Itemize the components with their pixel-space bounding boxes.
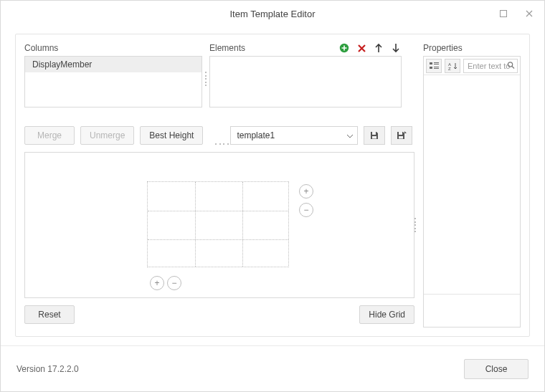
properties-search[interactable]: Enter text to: [463, 59, 518, 73]
minus-icon: −: [171, 279, 176, 287]
save-as-icon: [396, 130, 407, 140]
version-label: Version 17.2.2.0: [16, 364, 79, 374]
editor-body: Columns DisplayMember Elements: [15, 34, 530, 337]
svg-rect-9: [430, 67, 432, 69]
categorize-button[interactable]: [426, 59, 442, 73]
plus-circle-icon: [339, 43, 349, 53]
svg-rect-6: [430, 62, 432, 64]
svg-rect-10: [434, 67, 439, 67]
left-pane: Columns DisplayMember Elements: [24, 43, 414, 328]
svg-rect-5: [399, 136, 403, 139]
svg-point-14: [508, 62, 512, 66]
bottom-row: Reset Hide Grid: [24, 305, 414, 324]
plus-icon: +: [154, 279, 159, 287]
svg-text:Z: Z: [448, 67, 451, 70]
template-select-value: template1: [237, 130, 275, 140]
move-up-button[interactable]: [373, 42, 384, 54]
reset-button[interactable]: Reset: [24, 305, 75, 324]
svg-rect-11: [434, 68, 439, 69]
columns-list-item[interactable]: DisplayMember: [25, 57, 202, 72]
elements-toolbar: [338, 42, 402, 54]
splitter-handle[interactable]: [205, 72, 208, 86]
add-row-button[interactable]: +: [150, 276, 164, 290]
sort-az-button[interactable]: A Z: [445, 59, 460, 73]
add-element-button[interactable]: [338, 42, 350, 54]
merge-button[interactable]: Merge: [24, 126, 75, 145]
remove-column-button[interactable]: −: [299, 203, 313, 217]
action-row: Merge Unmerge Best Height template1: [24, 126, 414, 145]
add-column-button[interactable]: +: [299, 184, 313, 199]
chevron-down-icon: [347, 130, 353, 140]
svg-rect-7: [434, 62, 439, 63]
columns-section: Columns DisplayMember: [24, 43, 202, 107]
x-icon: [357, 44, 366, 53]
unmerge-button[interactable]: Unmerge: [80, 126, 134, 145]
arrow-up-icon: [374, 43, 383, 53]
dialog-footer: Version 17.2.2.0 Close: [1, 345, 544, 391]
template-select[interactable]: template1: [230, 126, 358, 145]
svg-rect-3: [372, 136, 376, 139]
remove-row-button[interactable]: −: [167, 276, 181, 290]
plus-icon: +: [303, 187, 308, 196]
close-icon: [526, 10, 533, 17]
sort-az-icon: A Z: [448, 62, 458, 70]
window: Item Template Editor Columns DisplayMemb…: [0, 0, 545, 392]
save-template-button[interactable]: [364, 126, 385, 145]
window-buttons: [493, 1, 540, 27]
save-icon: [369, 130, 379, 140]
close-button[interactable]: Close: [464, 359, 529, 379]
save-template-as-button[interactable]: [391, 126, 412, 145]
columns-list[interactable]: DisplayMember: [24, 56, 202, 107]
grid-vline: [242, 182, 243, 267]
move-down-button[interactable]: [390, 42, 402, 54]
maximize-icon: [500, 10, 507, 17]
search-icon: [507, 61, 515, 70]
svg-rect-0: [501, 11, 507, 17]
hide-grid-button[interactable]: Hide Grid: [359, 305, 414, 324]
grid-hline: [148, 239, 288, 240]
svg-rect-8: [434, 64, 439, 64]
properties-footer: [424, 294, 520, 327]
properties-search-placeholder: Enter text to: [468, 62, 510, 70]
grid-hline: [148, 211, 288, 211]
properties-toolbar: A Z Enter text to: [424, 57, 520, 75]
arrow-down-icon: [392, 43, 400, 53]
grid-vline: [195, 182, 196, 267]
best-height-button[interactable]: Best Height: [140, 126, 203, 145]
properties-body[interactable]: [424, 75, 520, 294]
minus-icon: −: [303, 206, 308, 214]
svg-rect-4: [399, 132, 402, 135]
properties-section: Properties A Z: [423, 43, 521, 328]
elements-label: Elements: [209, 43, 245, 53]
elements-section: Elements: [209, 43, 402, 107]
columns-label: Columns: [24, 43, 202, 53]
window-title: Item Template Editor: [230, 9, 316, 19]
titlebar: Item Template Editor: [1, 1, 544, 27]
properties-label: Properties: [423, 43, 521, 53]
top-row: Columns DisplayMember Elements: [24, 43, 414, 107]
template-grid[interactable]: [147, 181, 289, 267]
properties-panel: A Z Enter text to: [423, 56, 521, 328]
svg-rect-2: [372, 132, 376, 135]
categorize-icon: [430, 62, 439, 70]
remove-element-button[interactable]: [356, 42, 367, 54]
close-window-button[interactable]: [518, 5, 540, 22]
design-surface[interactable]: + − + −: [24, 152, 414, 298]
maximize-button[interactable]: [493, 5, 514, 22]
splitter-handle-right[interactable]: [414, 218, 417, 232]
elements-list[interactable]: [209, 56, 402, 107]
